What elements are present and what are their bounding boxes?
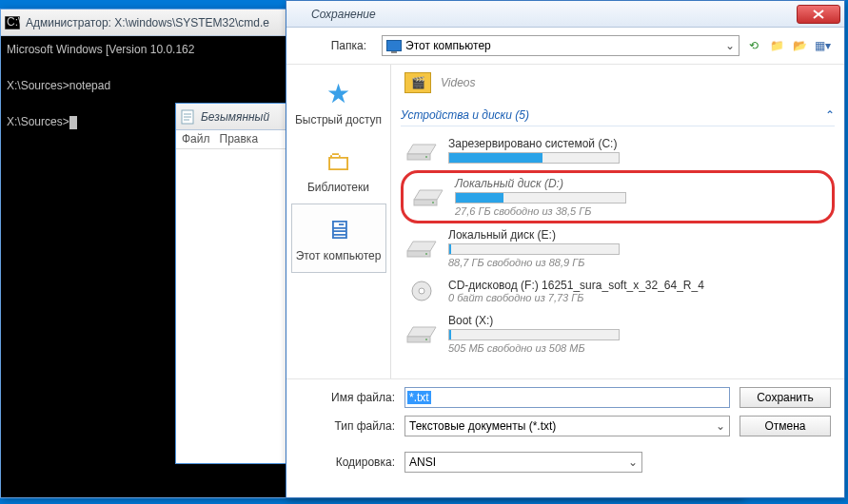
back-icon[interactable]: ⟲ [745,37,762,54]
filetype-select[interactable]: Текстовые документы (*.txt)⌄ [404,416,730,436]
folder-select[interactable]: Этот компьютер ⌄ [382,35,740,56]
encoding-select[interactable]: ANSI⌄ [404,452,642,473]
drive-sub: 505 МБ свободно из 508 МБ [448,342,831,354]
folder-value: Этот компьютер [405,39,491,52]
bottom-panel: Имя файла: *.txt Сохранить Тип файла: Те… [286,378,844,480]
videos-icon: 🎬 [404,72,431,93]
section-devices[interactable]: Устройства и диски (5) ⌃ [401,105,835,126]
drive-row[interactable]: CD-дисковод (F:) 16251_sura_soft_x_32_64… [401,273,835,309]
hdd-icon [404,235,439,262]
capacity-bar [448,243,620,255]
drive-sub: 27,6 ГБ свободно из 38,5 ГБ [455,205,824,217]
star-icon: ★ [291,78,386,109]
places-bar: ★ Быстрый доступ 🗀 Библиотеки 🖥 Этот ком… [286,65,391,378]
this-pc-icon [386,40,402,51]
capacity-bar [448,329,620,340]
svg-text:C:\: C:\ [7,16,20,29]
menu-file[interactable]: Файл [182,132,210,146]
chevron-down-icon: ⌄ [628,456,638,469]
drive-name: Boot (X:) [448,314,831,327]
place-quick-access[interactable]: ★ Быстрый доступ [291,68,386,136]
nav-icons: ⟲ 📁 📂 ▦▾ [745,37,831,54]
save-icon [290,7,306,22]
drive-name: Локальный диск (E:) [448,228,831,242]
filetype-label: Тип файла: [300,419,395,433]
filename-label: Имя файла: [300,391,395,404]
up-icon[interactable]: 📁 [768,37,785,54]
drive-row[interactable]: Зарезервировано системой (C:) [401,132,835,170]
chevron-down-icon: ⌄ [725,39,735,52]
place-this-pc[interactable]: 🖥 Этот компьютер [291,204,386,273]
drive-row[interactable]: Локальный диск (D:)27,6 ГБ свободно из 3… [401,170,835,223]
drive-content: 🎬 Videos Устройства и диски (5) ⌃ Зарезе… [391,65,844,378]
save-dialog: Сохранение Папка: Этот компьютер ⌄ ⟲ 📁 📂… [286,0,845,498]
drive-name: Локальный диск (D:) [455,177,824,190]
drive-sub: 0 байт свободно из 7,73 ГБ [448,292,831,303]
save-titlebar[interactable]: Сохранение [286,1,844,28]
encoding-label: Кодировка: [300,456,395,469]
cmd-icon: C:\ [5,15,20,30]
notepad-icon [180,109,195,125]
hdd-icon [404,138,439,165]
svg-point-7 [425,156,427,158]
drive-name: Зарезервировано системой (C:) [448,137,831,150]
capacity-bar [448,152,620,164]
libraries-icon: 🗀 [291,145,386,177]
chevron-down-icon: ⌄ [716,419,725,433]
filename-input[interactable]: *.txt [404,387,730,408]
close-button[interactable] [797,5,840,24]
svg-point-13 [419,288,424,294]
drive-row[interactable]: Boot (X:)505 МБ свободно из 508 МБ [401,309,835,359]
new-folder-icon[interactable]: 📂 [791,37,808,54]
svg-point-11 [425,253,427,255]
folder-bar: Папка: Этот компьютер ⌄ ⟲ 📁 📂 ▦▾ [286,28,844,65]
cd-icon [404,278,439,304]
save-button[interactable]: Сохранить [740,387,831,408]
svg-point-15 [425,339,427,340]
drive-row[interactable]: Локальный диск (E:)88,7 ГБ свободно из 8… [401,223,835,273]
monitor-icon: 🖥 [292,214,385,245]
chevron-up-icon: ⌃ [825,108,835,122]
menu-edit[interactable]: Правка [220,132,259,146]
place-libraries[interactable]: 🗀 Библиотеки [291,136,386,204]
cancel-button[interactable]: Отмена [740,416,831,436]
capacity-bar [455,192,626,204]
drive-sub: 88,7 ГБ свободно из 88,9 ГБ [448,257,831,268]
hdd-icon [404,320,439,347]
cursor [69,116,77,129]
view-icon[interactable]: ▦▾ [814,37,831,54]
drive-name: CD-дисковод (F:) 16251_sura_soft_x_32_64… [448,279,831,292]
hdd-icon [411,184,445,210]
videos-folder[interactable]: 🎬 Videos [401,70,835,101]
folder-label: Папка: [300,39,376,52]
save-title: Сохранение [311,8,797,21]
svg-point-9 [432,202,434,204]
